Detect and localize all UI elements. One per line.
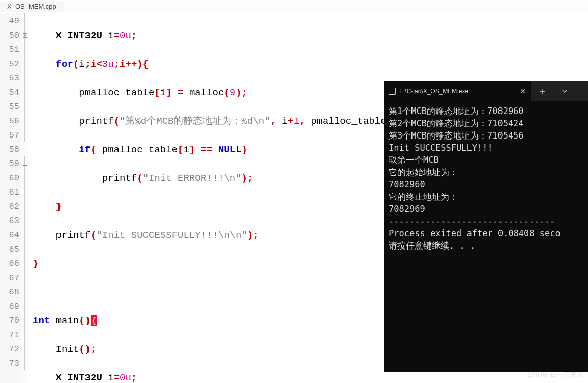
- new-tab-button[interactable]: [531, 81, 553, 101]
- terminal-icon: [389, 88, 396, 95]
- terminal-title: E:\C-lan\X_OS_MEM.exe: [399, 85, 516, 97]
- watermark: CSDN @一只天蝎: [527, 371, 584, 380]
- file-tab[interactable]: X_OS_MEM.cpp: [0, 1, 64, 12]
- tab-dropdown-button[interactable]: [553, 81, 576, 101]
- fold-column[interactable]: [21, 13, 28, 383]
- plus-icon: [539, 88, 545, 94]
- tab-bar: X_OS_MEM.cpp: [0, 0, 588, 13]
- terminal-tab[interactable]: E:\C-lan\X_OS_MEM.exe ✕: [384, 81, 531, 101]
- terminal-titlebar[interactable]: E:\C-lan\X_OS_MEM.exe ✕: [384, 81, 588, 101]
- terminal-output[interactable]: 第1个MCB的静态地址为：7082960第2个MCB的静态地址为：7105424…: [384, 101, 588, 256]
- terminal-window[interactable]: E:\C-lan\X_OS_MEM.exe ✕ 第1个MCB的静态地址为：708…: [384, 81, 588, 372]
- chevron-down-icon: [562, 88, 568, 94]
- close-tab-icon[interactable]: ✕: [520, 85, 526, 97]
- fold-box-icon[interactable]: [23, 161, 27, 166]
- brace-match-highlight: {: [91, 315, 97, 326]
- fold-box-icon[interactable]: [23, 33, 27, 38]
- line-number-gutter: 495051 525354 555657 585960 616263 64656…: [0, 13, 21, 383]
